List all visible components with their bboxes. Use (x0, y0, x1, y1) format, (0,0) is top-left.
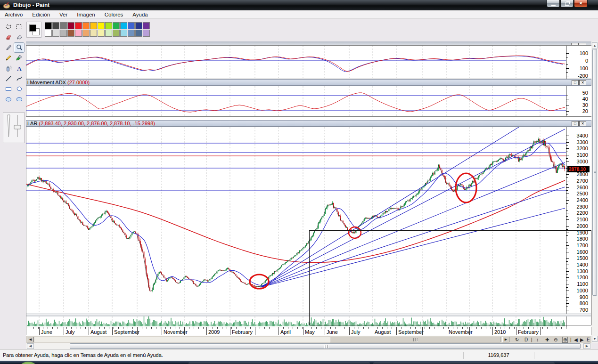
tool-curve[interactable] (14, 73, 25, 84)
minor-tick (165, 327, 166, 329)
palette-swatch-17[interactable] (67, 30, 74, 37)
palette-swatch-2[interactable] (60, 22, 67, 29)
oscillator-axis: 1000-100-200 (566, 46, 591, 79)
palette-swatch-8[interactable] (105, 22, 112, 29)
scroll-down-icon[interactable]: ▼ (592, 336, 598, 342)
palette-swatch-0[interactable] (45, 22, 52, 29)
minor-tick (392, 327, 392, 329)
tool-pencil[interactable] (3, 53, 14, 63)
palette-swatch-27[interactable] (143, 30, 150, 37)
tool-rounded-rectangle[interactable] (14, 94, 25, 105)
minor-tick (180, 327, 180, 329)
minor-tick (481, 327, 482, 329)
tool-magnifier[interactable] (14, 42, 25, 53)
tool-eraser[interactable] (3, 32, 14, 42)
horizontal-scroll-thumb[interactable] (70, 343, 581, 349)
price-axis-label: 2500 (568, 191, 588, 196)
palette-swatch-19[interactable] (82, 30, 90, 37)
tool-free-select[interactable] (3, 22, 14, 32)
foreground-color-swatch (29, 24, 36, 32)
palette-swatch-20[interactable] (90, 30, 97, 37)
tool-line[interactable] (3, 73, 14, 84)
month-boundary-tick (255, 327, 255, 335)
price-axis-label: 3100 (568, 152, 588, 158)
tool-color-picker[interactable] (3, 42, 14, 53)
palette-swatch-4[interactable] (75, 22, 82, 29)
horizontal-scrollbar[interactable]: ◀ ▶ (26, 343, 591, 349)
palette-swatch-14[interactable] (45, 30, 52, 37)
tool-rectangle[interactable] (3, 84, 14, 94)
paint-canvas[interactable]: 1000-100-200 l Movement ADX (27.0000) □ … (26, 41, 591, 343)
palette-swatch-18[interactable] (75, 30, 82, 37)
palette-swatch-23[interactable] (113, 30, 120, 37)
minor-tick (99, 327, 100, 329)
windows-taskbar[interactable] (0, 361, 598, 364)
axis-tick (566, 223, 568, 223)
minor-tick (528, 327, 529, 329)
palette-swatch-6[interactable] (90, 22, 97, 29)
restore-button[interactable] (560, 0, 573, 8)
palette-swatch-12[interactable] (135, 22, 142, 29)
palette-swatch-24[interactable] (120, 30, 127, 37)
axis-tick (566, 158, 568, 159)
minor-tick (354, 327, 354, 329)
palette-swatch-9[interactable] (113, 22, 120, 29)
panel-close-icon: ✕ (579, 121, 586, 126)
menu-ver[interactable]: Ver (55, 12, 72, 17)
chart-cropped-header (26, 41, 591, 45)
menu-ayuda[interactable]: Ayuda (128, 12, 152, 17)
tool-text[interactable]: A (14, 63, 25, 73)
line-icon (5, 75, 12, 82)
date-label: July (351, 329, 360, 335)
minor-tick (264, 327, 265, 329)
tool-options-box[interactable] (3, 112, 25, 143)
palette-swatch-3[interactable] (67, 22, 74, 29)
svg-text:A: A (17, 65, 22, 72)
axis-tick (566, 152, 568, 152)
palette-swatch-22[interactable] (105, 30, 112, 37)
price-axis-label: 2400 (568, 197, 588, 203)
minor-tick (495, 327, 496, 329)
menu-colores[interactable]: Colores (100, 12, 128, 17)
vertical-scroll-thumb[interactable] (592, 49, 597, 296)
scroll-left-icon[interactable]: ◀ (27, 343, 34, 349)
axis-tick (566, 210, 568, 210)
axis-tick (566, 229, 568, 230)
minor-tick (38, 327, 39, 329)
tool-ellipse[interactable] (3, 94, 14, 105)
axis-line (26, 327, 566, 327)
palette-swatch-7[interactable] (98, 22, 105, 29)
minor-tick (359, 327, 359, 329)
palette-swatch-1[interactable] (52, 22, 59, 29)
palette-swatch-11[interactable] (128, 22, 135, 29)
scroll-up-icon[interactable]: ▲ (592, 42, 598, 49)
month-boundary-tick (303, 327, 303, 335)
palette-swatch-16[interactable] (60, 30, 67, 37)
axis-tick (566, 65, 568, 65)
close-button[interactable]: ✕ (574, 0, 588, 8)
menu-imagen[interactable]: Imagen (72, 12, 99, 17)
tool-brush[interactable] (14, 53, 25, 63)
minor-tick (198, 327, 199, 329)
palette-swatch-10[interactable] (120, 22, 127, 29)
tool-fill[interactable] (14, 32, 25, 42)
paint-window: Dibujo - Paint ✕ ArchivoEdiciónVerImagen… (0, 0, 598, 364)
minor-tick (274, 327, 274, 329)
palette-swatch-5[interactable] (82, 22, 90, 29)
axis-tick (566, 184, 568, 185)
chart-toolbar-icon-2: | (531, 337, 532, 342)
tool-select[interactable] (14, 22, 25, 32)
minimize-button[interactable] (547, 0, 560, 8)
palette-swatch-13[interactable] (143, 22, 150, 29)
palette-swatch-25[interactable] (128, 30, 135, 37)
start-button-icon[interactable] (17, 362, 40, 364)
menu-archivo[interactable]: Archivo (0, 12, 27, 17)
palette-swatch-21[interactable] (98, 30, 105, 37)
scroll-right-icon[interactable]: ▶ (583, 343, 590, 349)
tool-polygon[interactable] (14, 84, 25, 94)
palette-swatch-26[interactable] (135, 30, 142, 37)
palette-swatch-15[interactable] (52, 30, 59, 37)
tool-airbrush[interactable] (3, 63, 14, 73)
menu-edición[interactable]: Edición (27, 12, 55, 17)
vertical-scrollbar[interactable]: ▲ ▼ (591, 41, 598, 343)
